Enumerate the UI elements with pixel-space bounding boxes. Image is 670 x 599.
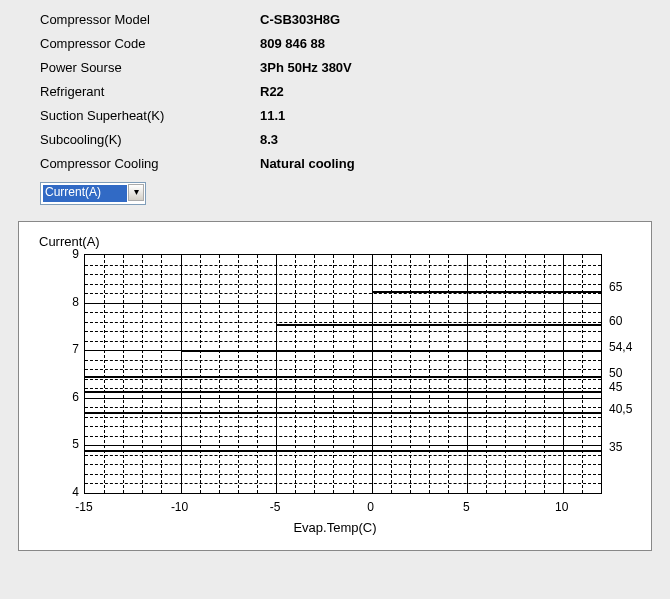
series-label: 40,5 xyxy=(609,402,632,416)
code-label: Compressor Code xyxy=(40,32,260,56)
series-label: 35 xyxy=(609,440,622,454)
x-tick: -5 xyxy=(270,500,281,514)
cooling-label: Compressor Cooling xyxy=(40,152,260,176)
series-line xyxy=(85,391,601,393)
series-line xyxy=(372,291,601,293)
refrigerant-label: Refrigerant xyxy=(40,80,260,104)
subcool-value: 8.3 xyxy=(260,128,278,152)
power-value: 3Ph 50Hz 380V xyxy=(260,56,352,80)
x-tick: -15 xyxy=(75,500,92,514)
y-tick: 8 xyxy=(57,295,79,309)
model-value: C-SB303H8G xyxy=(260,8,340,32)
dropdown-selected: Current(A) xyxy=(43,185,127,202)
series-label: 60 xyxy=(609,314,622,328)
x-tick: 0 xyxy=(367,500,374,514)
refrigerant-value: R22 xyxy=(260,80,284,104)
series-label: 45 xyxy=(609,380,622,394)
y-tick: 9 xyxy=(57,247,79,261)
x-tick: 5 xyxy=(463,500,470,514)
series-line xyxy=(85,450,601,452)
series-line xyxy=(276,324,601,326)
chart-plot: /* placeholder – grids drawn below by JS… xyxy=(84,254,602,494)
chart-x-title: Evap.Temp(C) xyxy=(19,520,651,535)
x-tick: -10 xyxy=(171,500,188,514)
model-label: Compressor Model xyxy=(40,8,260,32)
series-line xyxy=(85,412,601,414)
superheat-value: 11.1 xyxy=(260,104,285,128)
y-tick: 7 xyxy=(57,342,79,356)
subcool-label: Subcooling(K) xyxy=(40,128,260,152)
series-label: 54,4 xyxy=(609,340,632,354)
series-line xyxy=(181,350,601,352)
series-label: 65 xyxy=(609,280,622,294)
quantity-dropdown[interactable]: Current(A) ▾ xyxy=(40,182,146,205)
spec-table: Compressor ModelC-SB303H8G Compressor Co… xyxy=(0,0,670,176)
y-tick: 6 xyxy=(57,390,79,404)
series-label: 50 xyxy=(609,366,622,380)
x-tick: 10 xyxy=(555,500,568,514)
series-line xyxy=(85,376,601,378)
y-tick: 5 xyxy=(57,437,79,451)
superheat-label: Suction Superheat(K) xyxy=(40,104,260,128)
chart-panel: Current(A) /* placeholder – grids drawn … xyxy=(18,221,652,551)
code-value: 809 846 88 xyxy=(260,32,325,56)
chevron-down-icon[interactable]: ▾ xyxy=(128,184,144,201)
cooling-value: Natural cooling xyxy=(260,152,355,176)
y-tick: 4 xyxy=(57,485,79,499)
power-label: Power Sourse xyxy=(40,56,260,80)
